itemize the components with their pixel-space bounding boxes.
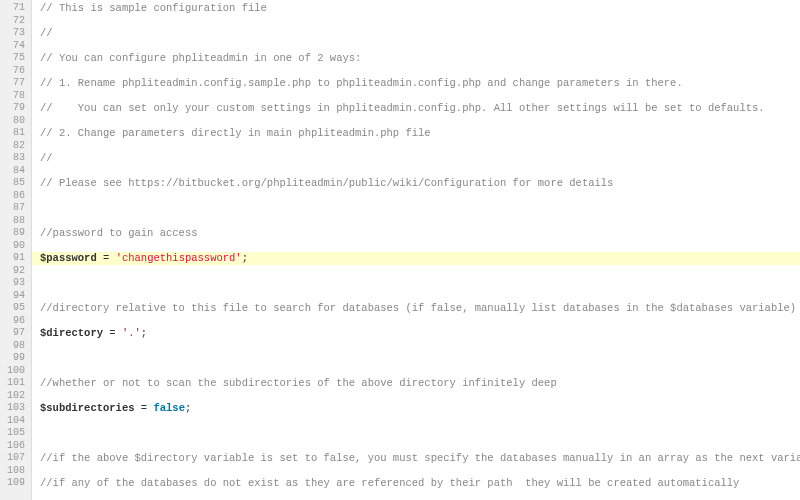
code-token: $subdirectories [40, 402, 135, 414]
code-line [40, 427, 800, 440]
code-line [40, 440, 800, 453]
code-line [40, 165, 800, 178]
code-line: // Please see https://bitbucket.org/phpl… [40, 177, 800, 190]
code-line: $password = 'changethispassword'; [32, 252, 800, 265]
line-number: 81 [0, 127, 31, 140]
code-line [40, 190, 800, 203]
line-number: 72 [0, 15, 31, 28]
line-number: 91 [0, 252, 31, 265]
code-line: // You can set only your custom settings… [40, 102, 800, 115]
line-number: 88 [0, 215, 31, 228]
code-line: //if the above $directory variable is se… [40, 452, 800, 465]
code-token: //whether or not to scan the subdirector… [40, 377, 557, 389]
code-line: $directory = '.'; [40, 327, 800, 340]
code-line [40, 465, 800, 478]
code-token: = [103, 327, 122, 339]
code-token: $directory [40, 327, 103, 339]
code-line [40, 277, 800, 290]
line-number: 100 [0, 365, 31, 378]
code-token: // [40, 27, 53, 39]
line-number: 82 [0, 140, 31, 153]
line-number: 101 [0, 377, 31, 390]
line-number: 107 [0, 452, 31, 465]
code-line [40, 365, 800, 378]
code-line: //directory relative to this file to sea… [40, 302, 800, 315]
line-number: 95 [0, 302, 31, 315]
code-token: // Please see https://bitbucket.org/phpl… [40, 177, 613, 189]
code-token: ; [242, 252, 248, 264]
code-token: false [153, 402, 185, 414]
code-line [40, 265, 800, 278]
code-token: 'changethispassword' [116, 252, 242, 264]
line-number: 78 [0, 90, 31, 103]
line-number: 102 [0, 390, 31, 403]
code-line [40, 240, 800, 253]
code-token: //directory relative to this file to sea… [40, 302, 796, 314]
line-number-gutter: 7172737475767778798081828384858687888990… [0, 0, 32, 500]
code-line [40, 352, 800, 365]
line-number: 77 [0, 77, 31, 90]
line-number: 71 [0, 2, 31, 15]
code-line [40, 415, 800, 428]
code-token: '.' [122, 327, 141, 339]
line-number: 90 [0, 240, 31, 253]
line-number: 105 [0, 427, 31, 440]
line-number: 80 [0, 115, 31, 128]
line-number: 75 [0, 52, 31, 65]
code-line [40, 40, 800, 53]
code-line: // This is sample configuration file [40, 2, 800, 15]
line-number: 103 [0, 402, 31, 415]
code-token: ; [141, 327, 147, 339]
code-line [40, 202, 800, 215]
line-number: 92 [0, 265, 31, 278]
code-line [40, 315, 800, 328]
code-line: // You can configure phpliteadmin in one… [40, 52, 800, 65]
line-number: 86 [0, 190, 31, 203]
code-line [40, 115, 800, 128]
line-number: 108 [0, 465, 31, 478]
line-number: 93 [0, 277, 31, 290]
code-line [40, 215, 800, 228]
line-number: 83 [0, 152, 31, 165]
line-number: 74 [0, 40, 31, 53]
code-token: //if any of the databases do not exist a… [40, 477, 739, 489]
line-number: 109 [0, 477, 31, 490]
code-token: = [135, 402, 154, 414]
line-number: 84 [0, 165, 31, 178]
code-line: //if any of the databases do not exist a… [40, 477, 800, 490]
line-number: 85 [0, 177, 31, 190]
code-line [40, 140, 800, 153]
line-number: 99 [0, 352, 31, 365]
code-line: // [40, 27, 800, 40]
code-token: ; [185, 402, 191, 414]
code-line [40, 390, 800, 403]
code-line [40, 290, 800, 303]
code-token: // You can set only your custom settings… [40, 102, 765, 114]
code-line: //whether or not to scan the subdirector… [40, 377, 800, 390]
code-token: // [40, 152, 53, 164]
code-line: // 1. Rename phpliteadmin.config.sample.… [40, 77, 800, 90]
code-line [40, 65, 800, 78]
code-area: // This is sample configuration file////… [32, 0, 800, 500]
line-number: 76 [0, 65, 31, 78]
code-token: //password to gain access [40, 227, 198, 239]
code-token: // This is sample configuration file [40, 2, 267, 14]
code-line: // [40, 152, 800, 165]
line-number: 89 [0, 227, 31, 240]
line-number: 106 [0, 440, 31, 453]
code-token: $password [40, 252, 97, 264]
line-number: 87 [0, 202, 31, 215]
code-line: // 2. Change parameters directly in main… [40, 127, 800, 140]
line-number: 104 [0, 415, 31, 428]
line-number: 73 [0, 27, 31, 40]
line-number: 97 [0, 327, 31, 340]
code-line [40, 340, 800, 353]
code-line [40, 90, 800, 103]
line-number: 96 [0, 315, 31, 328]
line-number: 98 [0, 340, 31, 353]
line-number: 94 [0, 290, 31, 303]
code-token: // 2. Change parameters directly in main… [40, 127, 431, 139]
code-line: $subdirectories = false; [40, 402, 800, 415]
code-token: // 1. Rename phpliteadmin.config.sample.… [40, 77, 683, 89]
code-line [40, 15, 800, 28]
